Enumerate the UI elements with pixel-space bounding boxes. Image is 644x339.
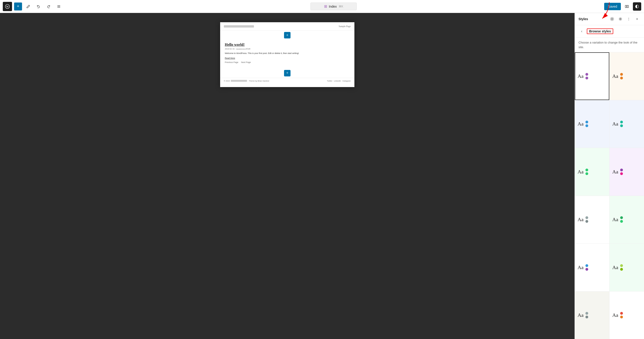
page-selector-label: Index (329, 5, 337, 8)
styles-panel-header: Styles ⋮ × (575, 13, 644, 25)
style-dot-1 (586, 73, 588, 76)
styles-preview-button[interactable] (609, 16, 615, 22)
undo-button[interactable] (34, 2, 42, 11)
style-dots (620, 121, 623, 127)
canvas-area: Sample Page + Hello world! 2024-02-16 · … (0, 13, 574, 339)
style-dot-2 (620, 77, 623, 80)
style-dot-2 (586, 220, 588, 223)
styles-close-button[interactable]: × (634, 16, 640, 22)
style-dot-2 (620, 316, 623, 318)
main-area: Sample Page + Hello world! 2024-02-16 · … (0, 13, 644, 339)
styles-grid: AaAaAaAaAaAaAaAaAaAaAaAa (575, 52, 644, 339)
style-aa-label: Aa (578, 312, 584, 318)
style-dot-1 (586, 312, 588, 315)
footer-right: Twitter · LinkedIn · Instagram (327, 80, 351, 82)
sample-page-link[interactable]: Sample Page (339, 25, 351, 28)
footer-left: © 2024 · Theme by Brian Gardner (224, 80, 269, 82)
preview-content: Hello world! 2024-02-16 · razanuwuco9549… (220, 40, 354, 68)
style-card-teal1[interactable]: Aa (610, 100, 644, 148)
page-shortcut: ⌘K (339, 5, 343, 8)
saved-button[interactable]: Saved (604, 3, 621, 10)
footer-links: Twitter · LinkedIn · Instagram (327, 80, 351, 82)
style-dot-1 (620, 73, 623, 76)
styles-settings-button[interactable] (617, 16, 624, 22)
style-card-default[interactable]: Aa (575, 52, 609, 100)
styles-panel: Styles ⋮ × ‹ (574, 13, 644, 339)
toolbar-left: W + (3, 2, 63, 11)
style-dot-1 (586, 264, 588, 267)
page-icon: ⊞ (324, 4, 327, 8)
style-card-green1[interactable]: Aa (575, 148, 609, 196)
browse-styles-title: Browse styles (587, 28, 613, 34)
style-dot-1 (620, 264, 623, 267)
style-dots (586, 121, 588, 127)
style-dot-1 (620, 312, 623, 315)
browse-styles-header: ‹ Browse styles (575, 25, 644, 38)
style-card-warm[interactable]: Aa (610, 52, 644, 100)
prev-page-link[interactable]: Previous Page (225, 61, 238, 64)
style-card-orange1[interactable]: Aa (610, 292, 644, 339)
footer-bar (231, 80, 247, 82)
site-title-bar (224, 25, 254, 28)
style-card-gray1[interactable]: Aa (575, 196, 609, 244)
style-aa-label: Aa (612, 121, 618, 127)
styles-more-button[interactable]: ⋮ (626, 16, 632, 22)
view-button[interactable] (623, 2, 631, 11)
style-dot-1 (586, 216, 588, 219)
style-card-gray2[interactable]: Aa (575, 292, 609, 339)
dark-mode-button[interactable] (633, 2, 641, 11)
style-card-lime[interactable]: Aa (610, 244, 644, 291)
list-view-button[interactable] (55, 2, 63, 11)
style-dots (620, 264, 623, 271)
style-dots (620, 216, 623, 223)
add-block-top-button[interactable]: + (284, 32, 290, 38)
add-block-top: + (220, 30, 354, 40)
style-dot-2 (586, 316, 588, 318)
copyright-text: © 2024 (224, 80, 230, 82)
preview-header: Sample Page (220, 22, 354, 30)
read-more-link[interactable]: Read More (225, 57, 350, 59)
browse-styles-back[interactable]: ‹ (578, 28, 585, 34)
preview-frame: Sample Page + Hello world! 2024-02-16 · … (220, 22, 354, 87)
style-aa-label: Aa (578, 216, 584, 222)
toolbar-center: ⊞ Index ⌘K (65, 2, 602, 10)
wp-logo-button[interactable]: W (3, 2, 12, 11)
style-aa-label: Aa (612, 264, 618, 270)
styles-panel-actions: ⋮ × (609, 16, 640, 22)
style-card-blue2[interactable]: Aa (575, 244, 609, 291)
style-dot-2 (586, 124, 588, 127)
style-dots (586, 264, 588, 271)
style-dot-1 (586, 168, 588, 171)
style-dots (620, 73, 623, 80)
style-aa-label: Aa (612, 73, 618, 79)
svg-text:W: W (6, 5, 8, 8)
svg-rect-6 (627, 5, 628, 8)
add-block-button[interactable]: + (14, 2, 22, 11)
styles-panel-title: Styles (578, 17, 588, 21)
style-dots (586, 73, 588, 80)
style-dots (586, 216, 588, 223)
style-dot-2 (586, 268, 588, 271)
svg-point-10 (620, 18, 621, 20)
edit-mode-button[interactable] (24, 2, 32, 11)
style-card-purple1[interactable]: Aa (610, 148, 644, 196)
style-card-blue1[interactable]: Aa (575, 100, 609, 148)
style-dots (586, 168, 588, 175)
style-dot-2 (586, 77, 588, 80)
theme-credit: · Theme by Brian Gardner (248, 80, 269, 82)
style-aa-label: Aa (578, 73, 584, 79)
style-aa-label: Aa (578, 121, 584, 127)
next-page-link[interactable]: Next Page (241, 61, 251, 64)
style-dot-1 (620, 121, 623, 124)
style-aa-label: Aa (612, 312, 618, 318)
style-dot-2 (620, 124, 623, 127)
post-title: Hello world! (225, 42, 350, 47)
toolbar: W + ⊞ Inde (0, 0, 644, 13)
style-card-green2[interactable]: Aa (610, 196, 644, 244)
style-dot-2 (586, 172, 588, 175)
add-block-bottom-button[interactable]: + (284, 70, 290, 76)
style-aa-label: Aa (578, 169, 584, 175)
post-meta: 2024-02-16 · razanuwuco9549 (225, 48, 350, 50)
redo-button[interactable] (44, 2, 53, 11)
page-selector[interactable]: ⊞ Index ⌘K (310, 2, 357, 10)
